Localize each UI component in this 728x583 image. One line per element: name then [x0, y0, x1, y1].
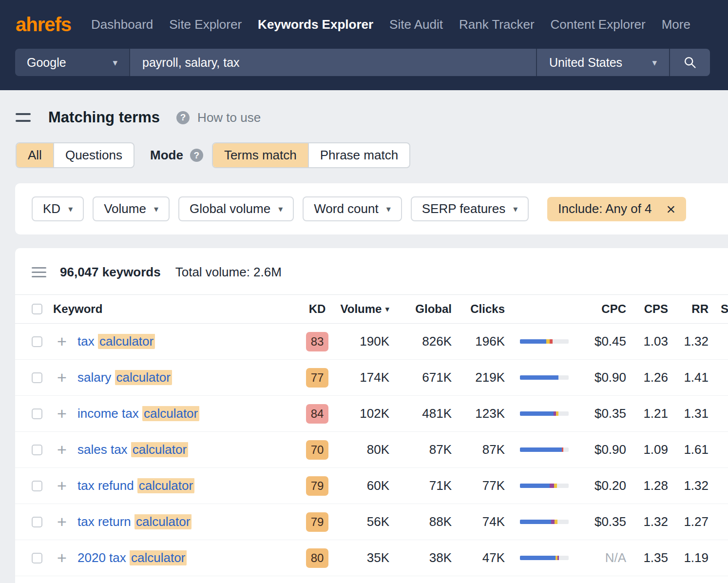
include-filter[interactable]: Include: Any of 4 × [547, 197, 686, 221]
how-to-use-link[interactable]: How to use [197, 110, 261, 125]
mode-label: Mode [150, 148, 183, 163]
row-checkbox[interactable] [32, 408, 42, 419]
volume-value: 102K [337, 406, 389, 421]
add-keyword-icon[interactable]: + [57, 443, 67, 456]
list-menu-icon[interactable] [32, 267, 46, 277]
search-button[interactable] [670, 49, 710, 76]
col-cpc[interactable]: CPC [573, 302, 626, 316]
table-row: + tax return calculator 79 56K 88K 74K $… [15, 504, 728, 540]
cps-value: 1.09 [626, 442, 668, 457]
nav-item-site-audit[interactable]: Site Audit [389, 17, 443, 32]
cpc-value: $0.90 [573, 442, 626, 457]
row-checkbox[interactable] [32, 517, 42, 527]
row-checkbox[interactable] [32, 445, 42, 455]
keyword-link[interactable]: tax calculator [77, 334, 155, 349]
keyword-link[interactable]: salary calculator [77, 370, 172, 385]
tab-questions[interactable]: Questions [53, 143, 134, 167]
col-cps[interactable]: CPS [626, 302, 668, 316]
global-value: 671K [389, 370, 452, 385]
keywords-input[interactable] [130, 49, 536, 76]
row-checkbox[interactable] [32, 336, 42, 347]
tab-all[interactable]: All [17, 143, 53, 167]
nav-item-keywords-explorer[interactable]: Keywords Explorer [258, 17, 373, 32]
cpc-value: $0.35 [573, 514, 626, 529]
col-clicks[interactable]: Clicks [452, 302, 505, 316]
kd-badge: 79 [306, 512, 328, 532]
filter-kd[interactable]: KD▾ [32, 196, 84, 221]
nav-item-dashboard[interactable]: Dashboard [91, 17, 153, 32]
filter-dropdowns: KD▾Volume▾Global volume▾Word count▾SERP … [32, 196, 529, 221]
add-keyword-icon[interactable]: + [57, 371, 67, 384]
mode-help-icon[interactable]: ? [190, 149, 203, 162]
sort-desc-icon: ▾ [385, 304, 389, 314]
top-navigation: ahrefs DashboardSite ExplorerKeywords Ex… [0, 0, 728, 90]
filter-word-count[interactable]: Word count▾ [303, 196, 402, 221]
keyword-link[interactable]: tax refund calculator [77, 478, 194, 493]
col-clipped[interactable]: S [709, 302, 728, 316]
kd-badge: 84 [306, 404, 328, 424]
add-keyword-icon[interactable]: + [57, 515, 67, 528]
clicks-value: 219K [452, 370, 505, 385]
nav-item-content-explorer[interactable]: Content Explorer [551, 17, 646, 32]
clear-include-filter-icon[interactable]: × [667, 201, 676, 217]
match-mode-tabs: Terms match Phrase match [212, 142, 410, 168]
keyword-link[interactable]: 2020 tax calculator [77, 550, 187, 565]
cpc-value: N/A [573, 550, 626, 565]
tab-terms-match[interactable]: Terms match [213, 143, 308, 167]
add-keyword-icon[interactable]: + [57, 551, 67, 564]
rr-value: 1.27 [668, 514, 709, 529]
select-all-checkbox[interactable] [32, 304, 42, 314]
keyword-link[interactable]: income tax calculator [77, 406, 199, 421]
cpc-value: $0.35 [573, 406, 626, 421]
help-icon[interactable]: ? [176, 111, 190, 124]
country-select[interactable]: United States ▾ [537, 49, 669, 76]
rr-value: 1.41 [668, 370, 709, 385]
add-keyword-icon[interactable]: + [57, 479, 67, 492]
col-rr[interactable]: RR [668, 302, 709, 316]
row-checkbox[interactable] [32, 553, 42, 564]
chevron-down-icon: ▾ [513, 204, 517, 214]
volume-value: 80K [337, 442, 389, 457]
col-volume[interactable]: Volume ▾ [337, 302, 389, 316]
rr-value: 1.32 [668, 478, 709, 493]
ahrefs-logo[interactable]: ahrefs [16, 14, 71, 36]
filter-global-volume[interactable]: Global volume▾ [178, 196, 294, 221]
filter-volume[interactable]: Volume▾ [93, 196, 170, 221]
col-kd[interactable]: KD [298, 302, 337, 316]
tabs-row: All Questions Mode ? Terms match Phrase … [16, 142, 712, 168]
nav-item-more[interactable]: More [662, 17, 690, 32]
chevron-down-icon: ▾ [154, 204, 158, 214]
nav-item-site-explorer[interactable]: Site Explorer [169, 17, 242, 32]
table-header: Keyword KD Volume ▾ Global Clicks CPC CP… [15, 294, 728, 324]
row-checkbox[interactable] [32, 372, 42, 383]
col-volume-label: Volume [341, 302, 382, 316]
volume-value: 60K [337, 478, 389, 493]
sidebar-toggle-icon[interactable] [16, 113, 31, 122]
add-keyword-icon[interactable]: + [57, 335, 67, 348]
clicks-value: 47K [452, 550, 505, 565]
include-filter-label: Include: Any of 4 [558, 201, 651, 216]
filter-serp-features[interactable]: SERP features▾ [411, 196, 529, 221]
clicks-bar [520, 339, 569, 344]
kd-badge: 77 [306, 368, 328, 388]
rr-value: 1.31 [668, 406, 709, 421]
global-value: 481K [389, 406, 452, 421]
col-global[interactable]: Global [389, 302, 452, 316]
cps-value: 1.28 [626, 478, 668, 493]
col-keyword[interactable]: Keyword [50, 302, 298, 316]
nav-item-rank-tracker[interactable]: Rank Tracker [459, 17, 535, 32]
chevron-down-icon: ▾ [68, 204, 73, 214]
search-engine-select[interactable]: Google ▾ [15, 49, 129, 76]
keyword-link[interactable]: sales tax calculator [77, 442, 188, 457]
clicks-bar [520, 556, 569, 560]
clicks-value: 87K [452, 442, 505, 457]
keyword-link[interactable]: tax return calculator [77, 514, 192, 529]
cpc-value: $0.20 [573, 478, 626, 493]
cpc-value: $0.45 [573, 334, 626, 349]
row-checkbox[interactable] [32, 481, 42, 491]
chevron-down-icon: ▾ [652, 57, 657, 68]
add-keyword-icon[interactable]: + [57, 407, 67, 420]
global-value: 38K [389, 550, 452, 565]
table-row: + 2020 tax calculator 80 35K 38K 47K N/A… [15, 540, 728, 576]
tab-phrase-match[interactable]: Phrase match [308, 143, 409, 167]
